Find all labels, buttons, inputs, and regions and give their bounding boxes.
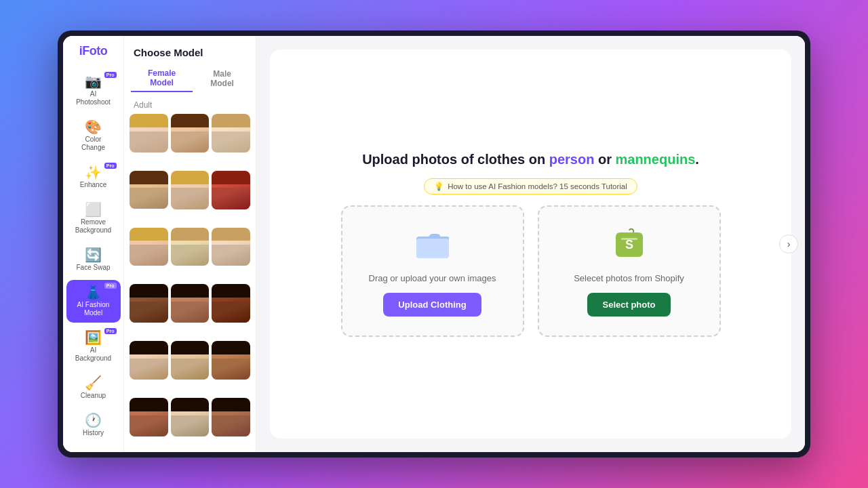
model-thumb-15[interactable] [212,341,250,380]
sidebar: iFoto Pro 📷 AIPhotoshoot 🎨 ColorChange P… [63,36,124,452]
sidebar-label: Cleanup [81,392,106,400]
app-window: iFoto Pro 📷 AIPhotoshoot 🎨 ColorChange P… [63,36,805,452]
history-icon: 🕐 [85,413,102,427]
model-thumb-16[interactable] [130,398,168,436]
model-thumb-12[interactable] [212,284,250,323]
model-thumb-18[interactable] [212,398,250,436]
pro-badge: Pro [104,163,117,169]
sidebar-label: RemoveBackground [75,218,111,235]
face-swap-icon: 🔄 [85,248,102,262]
sidebar-item-remove-background[interactable]: ⬜ RemoveBackground [66,197,121,240]
model-thumb-10[interactable] [130,284,168,323]
sidebar-label: History [83,429,104,437]
chevron-icon: › [787,239,791,249]
model-thumb-9[interactable] [212,228,250,266]
sidebar-label: ColorChange [81,136,105,152]
sidebar-label: Enhance [80,181,106,189]
model-thumb-14[interactable] [171,341,210,380]
tutorial-text: How to use AI Fashion models? 15 seconds… [448,182,627,190]
fashion-icon: 👗 [85,285,102,299]
shopify-panel-description: Selecet photos from Shopify [574,273,684,283]
sparkle-icon: ✨ [85,165,102,179]
svg-rect-1 [416,239,449,258]
device-frame: iFoto Pro 📷 AIPhotoshoot 🎨 ColorChange P… [58,30,810,458]
pro-badge: Pro [104,72,117,78]
model-thumb-6[interactable] [212,171,250,209]
tutorial-badge[interactable]: 💡 How to use AI Fashion models? 15 secon… [424,178,637,195]
svg-rect-4 [621,238,637,240]
sidebar-item-ai-fashion-model[interactable]: Pro 👗 AI FashionModel [66,280,121,323]
model-thumb-7[interactable] [130,228,168,266]
upload-title-text: Upload photos of clothes on [362,152,549,167]
upload-panel-description: Drag or upload your own images [369,273,496,283]
pro-badge: Pro [104,283,117,289]
model-thumb-11[interactable] [171,284,210,323]
background-icon: 🖼️ [85,331,102,344]
upload-clothing-button[interactable]: Upload Clothing [383,293,481,317]
shopify-icon: S [612,226,647,264]
model-section-adult: Adult [124,98,256,114]
shopify-panel[interactable]: S Selecet photos from Shopify Select pho… [538,205,721,337]
sidebar-label: AI FashionModel [77,301,110,317]
cleanup-icon: 🧹 [85,376,102,390]
remove-bg-icon: ⬜ [85,203,102,216]
model-thumb-13[interactable] [130,341,168,380]
model-thumb-2[interactable] [171,114,210,152]
tutorial-icon: 💡 [434,182,443,191]
model-tabs: Female Model Male Model [124,65,256,92]
upload-card: Upload photos of clothes on person or ma… [270,49,791,439]
tab-female-model[interactable]: Female Model [131,65,193,92]
sidebar-item-color-change[interactable]: 🎨 ColorChange [66,115,121,157]
model-panel: Choose Model Female Model Male Model Adu… [124,36,256,452]
sidebar-label: AIPhotoshoot [76,90,111,106]
model-thumb-1[interactable] [130,114,168,152]
main-content: Upload photos of clothes on person or ma… [256,36,805,452]
model-thumb-8[interactable] [171,228,210,266]
tab-male-model[interactable]: Male Model [195,65,249,92]
pro-badge: Pro [104,328,117,334]
upload-title-period: . [695,152,699,167]
chevron-right-button[interactable]: › [779,235,798,253]
upload-title-mannequins: mannequins [616,152,696,167]
palette-icon: 🎨 [85,120,102,134]
sidebar-item-ai-photoshoot[interactable]: Pro 📷 AIPhotoshoot [66,69,121,112]
app-logo: iFoto [79,44,107,58]
select-photo-button[interactable]: Select photo [587,293,670,317]
camera-icon: 📷 [85,75,102,88]
upload-title: Upload photos of clothes on person or ma… [362,152,699,167]
sidebar-item-face-swap[interactable]: 🔄 Face Swap [66,243,121,277]
model-thumb-5[interactable] [171,171,210,209]
model-thumb-3[interactable] [212,114,250,152]
panel-title: Choose Model [124,36,256,65]
sidebar-item-ai-background[interactable]: Pro 🖼️ AIBackground [66,325,121,368]
sidebar-item-history[interactable]: 🕐 History [66,408,121,443]
model-thumb-17[interactable] [171,398,210,436]
upload-own-panel[interactable]: Drag or upload your own images Upload Cl… [341,205,524,337]
sidebar-item-enhance[interactable]: Pro ✨ Enhance [66,160,121,195]
folder-icon [415,226,450,264]
upload-title-person: person [549,152,595,167]
sidebar-label: AIBackground [75,346,111,363]
sidebar-label: Face Swap [76,264,110,272]
sidebar-item-cleanup[interactable]: 🧹 Cleanup [66,371,121,405]
upload-title-or: or [594,152,615,167]
model-thumb-4[interactable] [130,171,168,209]
model-grid [124,114,256,452]
upload-panels: Drag or upload your own images Upload Cl… [341,205,721,337]
